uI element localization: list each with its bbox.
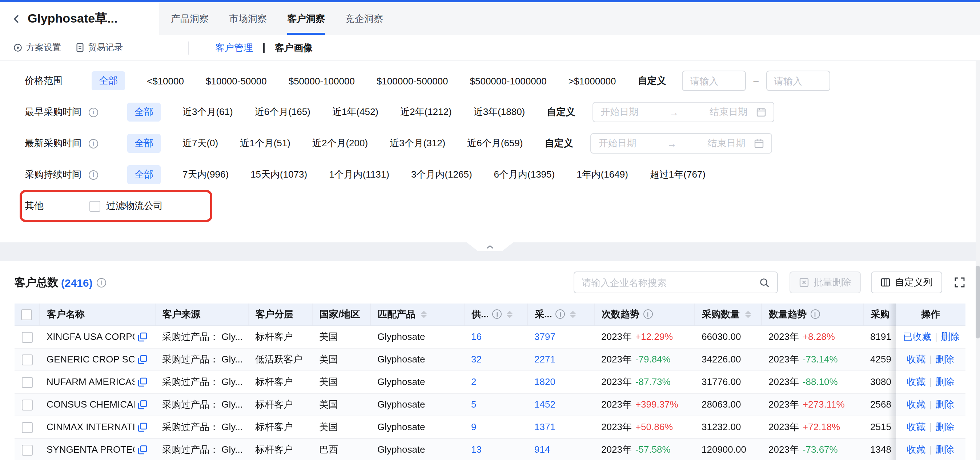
earliest-option[interactable]: 近2年(1212) (400, 105, 452, 119)
latest-custom-label[interactable]: 自定义 (544, 137, 573, 150)
purchases-count-link[interactable]: 1452 (535, 399, 555, 410)
latest-date-range-picker[interactable]: 开始日期 → 结束日期 (590, 133, 772, 153)
duration-option[interactable]: 3个月内(1265) (411, 168, 472, 181)
delete-link[interactable]: 删除 (941, 331, 960, 342)
duration-option[interactable]: 全部 (127, 165, 161, 184)
customize-columns-button[interactable]: 自定义列 (871, 272, 942, 293)
suppliers-count-link[interactable]: 13 (471, 444, 482, 455)
delete-link[interactable]: 删除 (935, 376, 954, 387)
primary-tab[interactable]: 市场洞察 (219, 2, 277, 35)
sort-icon[interactable] (507, 311, 513, 318)
latest-option[interactable]: 近6个月(659) (467, 137, 523, 150)
primary-tab[interactable]: 竞企洞察 (335, 2, 393, 35)
copy-icon[interactable] (137, 422, 148, 432)
purchases-count-link[interactable]: 1371 (535, 422, 555, 432)
sort-icon[interactable] (570, 311, 576, 318)
info-icon[interactable] (556, 310, 565, 319)
primary-tab[interactable]: 产品洞察 (159, 2, 219, 35)
row-checkbox[interactable] (21, 377, 32, 388)
row-checkbox[interactable] (21, 399, 32, 410)
company-search-input[interactable] (582, 277, 759, 288)
latest-option[interactable]: 近1个月(51) (240, 137, 290, 150)
earliest-option[interactable]: 近3个月(61) (183, 105, 233, 119)
trade-records-button[interactable]: 贸易记录 (76, 41, 123, 53)
purchases-count-link[interactable]: 1820 (535, 376, 555, 387)
delete-link[interactable]: 删除 (935, 398, 954, 409)
suppliers-count-link[interactable]: 5 (471, 399, 476, 410)
price-option[interactable]: 全部 (92, 71, 125, 90)
latest-option[interactable]: 近2个月(200) (312, 137, 368, 150)
price-custom-label[interactable]: 自定义 (638, 74, 666, 87)
latest-option[interactable]: 近7天(0) (183, 137, 218, 150)
duration-option[interactable]: 超过1年(767) (650, 168, 706, 181)
copy-icon[interactable] (137, 444, 148, 455)
price-min-input[interactable] (682, 70, 746, 91)
earliest-option[interactable]: 近6个月(165) (255, 105, 310, 119)
favorite-link[interactable]: 收藏 (907, 376, 926, 387)
duration-option[interactable]: 7天内(996) (183, 168, 229, 181)
scheme-settings-button[interactable]: 方案设置 (13, 41, 61, 53)
copy-icon[interactable] (137, 399, 148, 409)
row-checkbox[interactable] (21, 422, 32, 433)
duration-option[interactable]: 1个月内(1131) (329, 168, 389, 181)
duration-option[interactable]: 15天内(1073) (250, 168, 307, 181)
price-option[interactable]: $50000-100000 (289, 75, 355, 86)
suppliers-count-link[interactable]: 2 (471, 376, 476, 387)
latest-option[interactable]: 全部 (127, 134, 161, 153)
company-search-box[interactable] (574, 272, 778, 293)
copy-icon[interactable] (137, 332, 148, 342)
scrollbar-thumb[interactable] (976, 266, 980, 339)
price-option[interactable]: $500000-1000000 (470, 75, 547, 86)
collapse-filters-handle[interactable] (467, 242, 513, 251)
suppliers-count-link[interactable]: 16 (471, 331, 482, 342)
info-icon[interactable] (97, 278, 107, 287)
row-checkbox[interactable] (21, 332, 32, 342)
suppliers-count-link[interactable]: 9 (471, 422, 476, 432)
row-checkbox[interactable] (21, 354, 32, 365)
earliest-option[interactable]: 近3年(1880) (474, 105, 525, 119)
back-button[interactable] (12, 13, 22, 24)
copy-icon[interactable] (137, 354, 148, 364)
batch-delete-button[interactable]: 批量删除 (789, 272, 861, 293)
favorite-link[interactable]: 已收藏 (903, 331, 931, 342)
duration-option[interactable]: 6个月内(1395) (494, 168, 555, 181)
price-max-input[interactable] (766, 70, 830, 91)
info-icon[interactable] (89, 170, 98, 179)
favorite-link[interactable]: 收藏 (907, 398, 926, 409)
purchases-count-link[interactable]: 2271 (535, 354, 555, 365)
price-option[interactable]: $100000-500000 (377, 75, 448, 86)
purchases-count-link[interactable]: 914 (535, 444, 550, 455)
earliest-option[interactable]: 近1年(452) (332, 105, 379, 119)
sort-icon[interactable] (421, 311, 426, 318)
delete-link[interactable]: 删除 (935, 444, 954, 455)
info-icon[interactable] (89, 139, 98, 148)
tab-customer-profile[interactable]: 客户画像 (275, 42, 313, 54)
favorite-link[interactable]: 收藏 (907, 421, 926, 432)
info-icon[interactable] (493, 310, 502, 319)
row-checkbox[interactable] (21, 444, 32, 455)
earliest-custom-label[interactable]: 自定义 (547, 105, 575, 119)
latest-option[interactable]: 近3个月(312) (390, 137, 445, 150)
price-option[interactable]: $10000-50000 (206, 75, 267, 86)
info-icon[interactable] (643, 310, 652, 319)
info-icon[interactable] (810, 310, 820, 319)
suppliers-count-link[interactable]: 32 (471, 354, 482, 365)
checkbox-icon[interactable] (89, 201, 100, 211)
delete-link[interactable]: 删除 (935, 421, 954, 432)
price-option[interactable]: <$10000 (147, 75, 184, 86)
sort-icon[interactable] (745, 311, 751, 318)
earliest-option[interactable]: 全部 (127, 103, 161, 121)
favorite-link[interactable]: 收藏 (907, 444, 926, 455)
primary-tab[interactable]: 客户洞察 (277, 2, 335, 35)
earliest-date-range-picker[interactable]: 开始日期 → 结束日期 (592, 102, 774, 122)
info-icon[interactable] (89, 107, 98, 117)
select-all-checkbox[interactable] (21, 309, 32, 320)
copy-icon[interactable] (137, 377, 148, 387)
price-option[interactable]: >$1000000 (568, 75, 616, 86)
filter-logistics-filter[interactable]: 过滤物流公司 (89, 200, 163, 212)
purchases-count-link[interactable]: 3797 (535, 331, 555, 342)
favorite-link[interactable]: 收藏 (907, 353, 926, 364)
tab-customer-management[interactable]: 客户管理 (215, 42, 253, 54)
delete-link[interactable]: 删除 (935, 353, 954, 364)
fullscreen-button[interactable] (954, 276, 966, 288)
